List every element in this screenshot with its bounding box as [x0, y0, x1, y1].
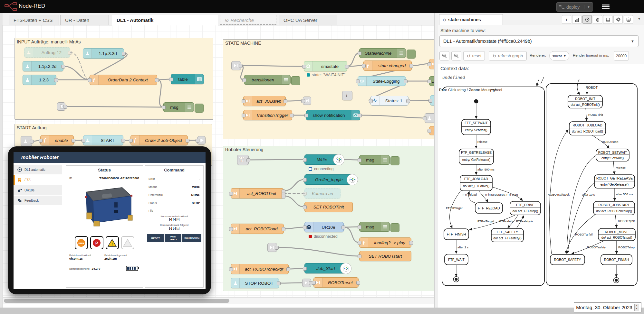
inject-11p33d[interactable]: 1.1p.3.3d [83, 48, 124, 59]
tab-dl1-automatik[interactable]: DL1 - Automatik [112, 15, 218, 25]
func-act-robotload[interactable]: act_ROBOTload [231, 224, 284, 234]
date-box[interactable]: Montag, 30. Oktober 2023 ▲▼ [574, 302, 641, 312]
input-port[interactable] [358, 51, 361, 55]
output-port-3[interactable] [282, 195, 285, 199]
debug-transitionen[interactable]: transitionen [244, 75, 291, 85]
func-set-robotinit[interactable]: SET ROBOTinit [304, 202, 353, 212]
debug-toggle-button[interactable] [195, 104, 204, 113]
inject-stop-robot[interactable]: STOP ROBOT [231, 278, 279, 288]
input-port[interactable] [242, 78, 246, 82]
input-port[interactable] [39, 139, 43, 143]
input-port[interactable] [303, 192, 307, 196]
inject-auftrag-12[interactable]: Auftrag 12 [24, 47, 70, 58]
output-port[interactable] [61, 65, 65, 69]
output-port[interactable] [356, 281, 360, 285]
input-port[interactable] [242, 99, 245, 103]
output-port[interactable] [186, 139, 189, 143]
output-port[interactable] [409, 64, 413, 68]
output-port[interactable] [239, 64, 243, 68]
func-act-robotinit[interactable]: act_ROBOTinit [231, 188, 284, 199]
debug-toggle-button[interactable] [407, 50, 416, 59]
output-port[interactable] [290, 114, 294, 117]
input-port[interactable] [82, 139, 85, 143]
func-loading-play[interactable]: ƒloading?--> play [359, 237, 411, 248]
debug-msg-2[interactable]: msg [359, 155, 390, 165]
hand-icon[interactable] [21, 136, 29, 146]
cut-orange-2[interactable] [429, 126, 434, 135]
debug-msg-1[interactable]: msg [163, 102, 194, 112]
link-out-start[interactable] [197, 136, 206, 144]
input-port[interactable] [129, 139, 133, 143]
input-port[interactable] [229, 267, 233, 271]
output-port[interactable] [341, 226, 345, 229]
func-act-jobstep[interactable]: act_JOBstep [243, 96, 286, 106]
deploy-button[interactable]: deploy ▼ [556, 2, 593, 12]
func-transitiontrigger[interactable]: TransitionTrigger [243, 110, 292, 120]
input-port[interactable] [428, 99, 432, 103]
tab-recherche[interactable]: ⊘Recherche [220, 15, 276, 25]
input-port[interactable] [312, 281, 316, 285]
node-show-notification[interactable]: show notification [306, 110, 360, 120]
output-port[interactable] [404, 79, 408, 83]
debug-statemachine[interactable]: StateMachine [359, 48, 406, 58]
node-table[interactable]: table [171, 74, 204, 84]
shutdown-button[interactable]: SHUTDOWN [182, 234, 201, 242]
inject-start[interactable]: START [83, 135, 123, 145]
node-write[interactable]: Write [304, 154, 340, 165]
flow-canvas[interactable]: mobiler Roboter DL1 automaticFTSUR10eFee… [3, 25, 434, 304]
output-port[interactable] [406, 99, 410, 103]
func-order-2-job-object[interactable]: ƒOrder 2 Job-Object [130, 135, 188, 145]
output-port[interactable] [122, 52, 126, 56]
output-port[interactable] [275, 246, 279, 250]
input-port[interactable] [362, 64, 366, 68]
link-opcua[interactable]: OPCUAOPC UA [237, 155, 249, 165]
input-port[interactable] [356, 79, 360, 83]
inject-start-small[interactable] [21, 136, 32, 146]
input-port[interactable] [369, 99, 373, 103]
link-out-jobstep[interactable] [303, 97, 311, 105]
node-kamera-an[interactable]: Kamera an [304, 188, 341, 199]
link-in-12[interactable]: 1,2 [57, 102, 65, 111]
hand-icon[interactable] [24, 48, 33, 57]
emg-button[interactable]: EMG [75, 236, 88, 249]
input-port[interactable] [303, 178, 307, 182]
tab-fts-daten-css[interactable]: FTS-Daten + CSS [9, 15, 59, 25]
input-port[interactable] [428, 62, 431, 66]
output-port[interactable] [358, 114, 362, 117]
protective-stop-button[interactable]: P [90, 236, 103, 249]
input-port[interactable] [428, 129, 431, 133]
func-set-robotstart[interactable]: SET ROBOTstart [359, 251, 411, 261]
dashboard-nav-dl1-automatic[interactable]: DL1 automatic [14, 165, 62, 174]
debug-toggle-button[interactable] [291, 76, 300, 85]
dashboard-nav-feedback[interactable]: Feedback [14, 196, 62, 205]
output-port[interactable] [54, 78, 58, 82]
dashboard-nav-ur10e[interactable]: UR10e [14, 185, 62, 195]
node-job-start[interactable]: Job_Start [304, 263, 347, 273]
reset-button[interactable]: RESET [147, 234, 164, 242]
input-port[interactable] [169, 78, 173, 81]
input-port[interactable] [304, 114, 308, 117]
node-smxstate[interactable]: smxstate [304, 61, 347, 71]
link-mid[interactable] [267, 243, 277, 252]
output-port[interactable] [284, 99, 287, 103]
tab-ur-daten[interactable]: UR - Daten [60, 15, 109, 25]
node-info[interactable]: i [342, 91, 352, 100]
main-menu-button[interactable] [602, 4, 610, 10]
hand-icon[interactable] [83, 49, 92, 58]
hand-icon[interactable] [231, 278, 240, 288]
cut-cyan[interactable] [430, 95, 434, 106]
output-port[interactable] [282, 227, 285, 231]
input-port[interactable] [303, 158, 307, 162]
input-port[interactable] [423, 116, 427, 120]
input-port[interactable] [358, 225, 361, 229]
debug-msg-3[interactable]: msg [359, 222, 390, 232]
input-port[interactable] [303, 267, 307, 271]
node-status-1[interactable]: Status: 1 [370, 96, 409, 106]
input-port[interactable] [162, 106, 166, 109]
inject-11p22d[interactable]: 1.1p.2.2d [23, 61, 63, 71]
hand-icon[interactable] [23, 75, 32, 85]
hand-icon[interactable] [23, 61, 32, 71]
input-port[interactable] [229, 227, 233, 231]
deploy-caret-icon[interactable]: ▼ [584, 5, 593, 9]
func-enable[interactable]: ƒenable [40, 135, 74, 145]
